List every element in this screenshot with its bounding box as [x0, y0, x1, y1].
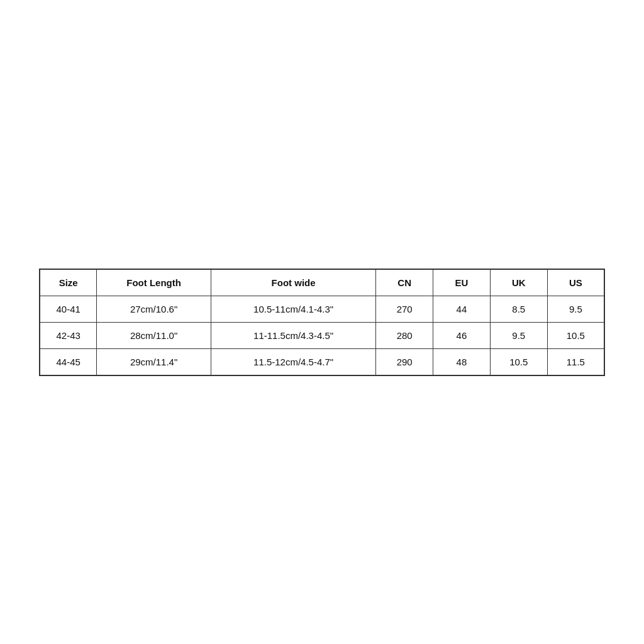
cell-eu-0: 44: [433, 296, 491, 322]
cell-eu-2: 48: [433, 348, 491, 375]
cell-size-1: 42-43: [40, 322, 97, 348]
table-row: 42-4328cm/11.0"11-11.5cm/4.3-4.5"280469.…: [40, 322, 604, 348]
cell-size-2: 44-45: [40, 348, 97, 375]
cell-eu-1: 46: [433, 322, 491, 348]
cell-uk-2: 10.5: [490, 348, 547, 375]
cell-foot_length-2: 29cm/11.4": [97, 348, 211, 375]
cell-us-2: 11.5: [547, 348, 604, 375]
header-foot-length: Foot Length: [97, 269, 211, 296]
size-chart-table: Size Foot Length Foot wide CN EU UK US 4…: [39, 269, 605, 376]
cell-cn-1: 280: [376, 322, 433, 348]
cell-size-0: 40-41: [40, 296, 97, 322]
cell-foot_wide-0: 10.5-11cm/4.1-4.3": [211, 296, 375, 322]
cell-uk-0: 8.5: [490, 296, 547, 322]
table-row: 40-4127cm/10.6"10.5-11cm/4.1-4.3"270448.…: [40, 296, 604, 322]
header-foot-wide: Foot wide: [211, 269, 375, 296]
header-uk: UK: [490, 269, 547, 296]
cell-cn-0: 270: [376, 296, 433, 322]
cell-foot_length-1: 28cm/11.0": [97, 322, 211, 348]
cell-us-1: 10.5: [547, 322, 604, 348]
header-cn: CN: [376, 269, 433, 296]
cell-foot_wide-1: 11-11.5cm/4.3-4.5": [211, 322, 375, 348]
header-size: Size: [40, 269, 97, 296]
cell-cn-2: 290: [376, 348, 433, 375]
table-row: 44-4529cm/11.4"11.5-12cm/4.5-4.7"2904810…: [40, 348, 604, 375]
header-eu: EU: [433, 269, 491, 296]
header-us: US: [547, 269, 604, 296]
size-chart-container: Size Foot Length Foot wide CN EU UK US 4…: [39, 269, 605, 376]
cell-foot_length-0: 27cm/10.6": [97, 296, 211, 322]
cell-uk-1: 9.5: [490, 322, 547, 348]
cell-us-0: 9.5: [547, 296, 604, 322]
cell-foot_wide-2: 11.5-12cm/4.5-4.7": [211, 348, 375, 375]
table-header-row: Size Foot Length Foot wide CN EU UK US: [40, 269, 604, 296]
